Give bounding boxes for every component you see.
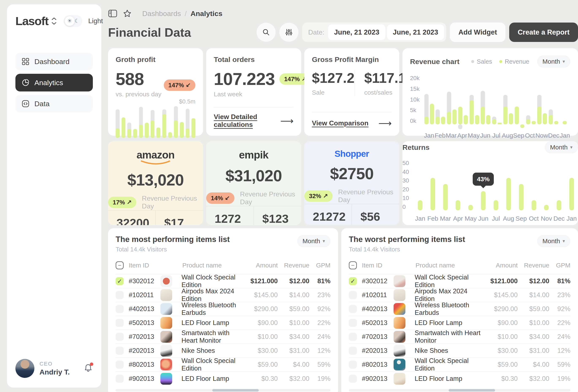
column-revenue: Revenue — [518, 262, 549, 269]
view-comparison-link[interactable]: View Comparison — [312, 119, 368, 127]
gpm-value: 81% — [309, 277, 331, 285]
sidebar-item-data[interactable]: Data — [15, 95, 93, 113]
row-checkbox[interactable] — [349, 305, 357, 313]
date-from-field[interactable]: June, 21 2023 — [328, 24, 385, 40]
returns-column — [515, 160, 528, 210]
product-image — [160, 331, 172, 343]
revenue-bar-segment — [486, 115, 490, 124]
worst-performing-period-dropdown[interactable]: Month▾ — [537, 235, 570, 247]
view-detailed-calculations-link[interactable]: View Detailed calculations — [214, 113, 280, 129]
row-checkbox[interactable] — [349, 319, 357, 327]
returns-period-dropdown[interactable]: Month▾ — [545, 141, 578, 154]
row-checkbox[interactable] — [349, 361, 357, 369]
row-checkbox-cell — [349, 375, 362, 383]
row-checkbox[interactable] — [116, 291, 124, 299]
amazon-smile-icon — [140, 160, 171, 165]
gpm-value: 22% — [309, 319, 331, 327]
product-image — [393, 303, 405, 315]
gpm-value: 23% — [309, 291, 331, 299]
logo-switcher-icon[interactable] — [51, 17, 57, 25]
sidebar-item-dashboard[interactable]: Dashboard — [15, 53, 93, 70]
row-checkbox[interactable] — [116, 319, 124, 327]
mini-bar — [145, 123, 149, 138]
card-title: Returns — [402, 143, 430, 152]
mini-bar — [180, 122, 184, 138]
theme-toggle[interactable]: ☀ ☾ — [63, 15, 82, 27]
breadcrumb-parent[interactable]: Dashboards — [142, 9, 181, 18]
row-checkbox-cell — [349, 333, 362, 341]
row-checkbox[interactable] — [116, 305, 124, 313]
amazon-orders-cell: 32200 Orders — [108, 211, 155, 225]
revenue-bar-segment — [441, 117, 445, 124]
arrow-right-icon[interactable]: ⟶ — [280, 116, 293, 126]
empik-logo: empik — [239, 149, 268, 161]
row-checkbox[interactable] — [349, 375, 357, 383]
header-checkbox-cell: − — [349, 261, 362, 269]
favorite-star-icon[interactable] — [123, 9, 132, 18]
mini-chart-ymax: $0.5m — [116, 98, 195, 105]
row-checkbox[interactable] — [116, 361, 124, 369]
revenue-bar-segment — [543, 113, 547, 124]
add-widget-button[interactable]: Add Widget — [450, 23, 505, 42]
select-all-checkbox[interactable]: − — [116, 261, 124, 269]
row-checkbox[interactable] — [349, 347, 357, 355]
table-row: #802013Wall Clock Special Edition$59.00$… — [349, 358, 570, 372]
mini-bar — [162, 109, 166, 138]
returns-column — [528, 160, 540, 210]
amount-value: $290.00 — [244, 305, 278, 313]
row-checkbox[interactable]: ✓ — [116, 277, 124, 285]
gpm-cost-label: cost/sales — [364, 89, 406, 96]
product-name: Airpods Max 2024 Edition — [415, 287, 484, 303]
most-performing-period-dropdown[interactable]: Month▾ — [297, 235, 331, 247]
notifications-bell-icon[interactable] — [84, 363, 93, 373]
sidebar-item-analytics[interactable]: Analytics — [15, 74, 93, 91]
revenue-value: $59.00 — [278, 305, 309, 313]
revenue-bar-segment — [475, 115, 479, 124]
table-row: #402013Wireless Bluetooth Earbuds$290.00… — [349, 302, 570, 316]
collapse-sidebar-icon[interactable] — [108, 9, 117, 18]
row-checkbox[interactable] — [349, 291, 357, 299]
revenue-x-label: Feb — [434, 132, 445, 139]
row-checkbox[interactable] — [116, 333, 124, 341]
arrow-right-icon[interactable]: ⟶ — [378, 118, 392, 129]
gpm-value: 59% — [309, 361, 331, 368]
product-cell: Nike Shoes — [393, 345, 484, 356]
scrollbar-thumb[interactable] — [449, 389, 495, 392]
app-logo: Lasoft — [15, 14, 48, 28]
revenue-period-dropdown[interactable]: Month▾ — [537, 55, 570, 68]
column-revenue: Revenue — [278, 262, 309, 269]
product-cell: LED Floor Lamp — [393, 373, 484, 385]
revenue-value: $12.00 — [518, 277, 549, 285]
revenue-bar — [498, 123, 502, 124]
table-row: #102011Airpods Max 2024 Edition$145.00$1… — [349, 288, 570, 302]
product-image — [160, 303, 172, 315]
groth-profit-subtitle: vs. previous day — [116, 91, 195, 98]
filter-sliders-button[interactable] — [279, 23, 298, 42]
select-all-checkbox[interactable]: − — [349, 261, 357, 269]
row-checkbox[interactable] — [349, 333, 357, 341]
revenue-bar — [531, 121, 536, 124]
table-title: The most performing items list — [116, 235, 230, 244]
amazon-logo: amazon — [137, 149, 175, 161]
returns-bar — [544, 205, 549, 210]
date-to-field[interactable]: June, 21 2023 — [387, 24, 444, 40]
table-row: #402013Wireless Bluetooth Earbuds$290.00… — [116, 302, 331, 316]
row-checkbox[interactable] — [116, 347, 124, 355]
mini-bar — [127, 123, 131, 138]
total-orders-subtitle: Last week — [214, 91, 293, 98]
revenue-x-label: Jan — [424, 132, 434, 139]
amount-value: $30.00 — [244, 347, 278, 354]
shopper-badge: 32%↗ — [304, 190, 333, 202]
scrollbar-thumb[interactable] — [212, 389, 259, 392]
returns-y-axis: 50403020100 — [402, 160, 414, 210]
returns-bar — [418, 200, 423, 210]
table-row: #502013LED Floor Lamp$90.00$10.0022% — [116, 316, 331, 330]
create-report-button[interactable]: Create a Report — [509, 23, 578, 42]
row-checkbox[interactable] — [116, 375, 124, 383]
product-cell: Wall Clock Special Edition — [393, 357, 484, 372]
row-checkbox[interactable]: ✓ — [349, 277, 357, 285]
amazon-revenue-value: $13,020 — [127, 171, 184, 189]
search-button[interactable] — [257, 23, 276, 42]
table-column-header: −Item IDProduct nameAmountRevenueGPM — [349, 261, 570, 274]
revenue-bar — [509, 113, 513, 124]
